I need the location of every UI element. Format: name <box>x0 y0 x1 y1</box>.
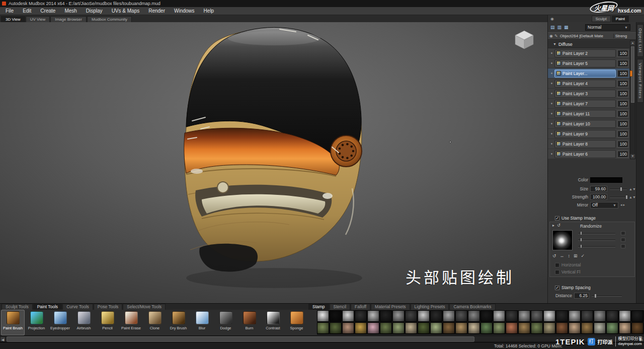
tool-clone[interactable]: Clone <box>143 310 167 335</box>
slider-thumb[interactable] <box>620 187 622 191</box>
stamp-thumbnail[interactable] <box>468 322 480 334</box>
preset-tab-falloff[interactable]: Falloff <box>351 304 370 310</box>
layer-visibility-dot[interactable]: • <box>549 141 554 147</box>
stamp-thumbnail[interactable] <box>594 322 606 334</box>
mirror-select[interactable]: Off ▼ <box>590 202 618 208</box>
stamp-thumbnail[interactable] <box>367 322 379 334</box>
layer-visibility-dot[interactable]: • <box>549 111 554 116</box>
tray-tab-pose-tools[interactable]: Pose Tools <box>94 304 122 310</box>
tool-blur[interactable]: Blur <box>190 310 214 335</box>
tab-sculpt[interactable]: Sculpt <box>592 16 611 22</box>
refresh-icon[interactable]: ↺ <box>557 223 560 228</box>
stamp-preview[interactable] <box>552 230 573 250</box>
stamp-thumbnail[interactable] <box>543 322 555 334</box>
stamp-thumbnail[interactable] <box>631 322 643 334</box>
stamp-thumbnail[interactable] <box>606 310 618 322</box>
size-value[interactable]: 59.60 <box>590 186 607 192</box>
vertical-checkbox[interactable]: Vertical Fl <box>555 269 580 274</box>
layer-strength-value[interactable]: 100 <box>617 120 628 127</box>
layer-row-paint-layer-4[interactable]: •Paint Layer 4100 <box>548 79 629 89</box>
size-slider[interactable] <box>610 186 627 191</box>
stamp-thumbnail[interactable] <box>506 322 518 334</box>
stamp-thumbnail[interactable] <box>330 322 342 334</box>
scroll-left-icon[interactable]: ◀ <box>0 336 6 342</box>
menu-display[interactable]: Display <box>82 7 107 15</box>
layer-strength-value[interactable]: 100 <box>617 110 628 117</box>
slider-thumb[interactable] <box>580 231 582 235</box>
stamp-thumbnail[interactable] <box>330 310 342 322</box>
stamp-thumbnail[interactable] <box>430 310 442 322</box>
layer-group-diffuse[interactable]: ▼ Diffuse <box>548 40 629 48</box>
title-bar[interactable]: Autodesk Mudbox 2014 x64 - E:/art/JiaoSe… <box>0 0 644 7</box>
preset-tab-lighting-presets[interactable]: Lighting Presets <box>411 304 449 310</box>
tab-paint[interactable]: Paint <box>612 16 629 22</box>
stamp-thumbnail[interactable] <box>631 310 643 322</box>
randomize-slider-3[interactable] <box>578 244 628 248</box>
tool-eyedropper[interactable]: Eyedropper <box>48 310 72 335</box>
layer-strength-value[interactable]: 100 <box>617 70 628 77</box>
stamp-thumbnail[interactable] <box>581 322 593 334</box>
panel-menu-icon[interactable]: ◉ <box>550 17 554 21</box>
strength-stepper-icon[interactable]: ▲▼ <box>629 195 636 199</box>
stamp-thumbnail[interactable] <box>506 310 518 322</box>
tool-dry-brush[interactable]: Dry Brush <box>167 310 190 335</box>
tool-pencil[interactable]: Pencil <box>96 310 119 335</box>
preset-tab-material-presets[interactable]: Material Presets <box>371 304 410 310</box>
tool-paint-brush[interactable]: Paint Brush <box>1 310 25 335</box>
menu-help[interactable]: Help <box>199 7 219 15</box>
side-tab-viewport-filters[interactable]: Viewport Filters <box>637 59 643 103</box>
layer-strength-value[interactable]: 100 <box>617 90 628 97</box>
stamp-thumbnail[interactable] <box>342 322 354 334</box>
scroll-up-icon[interactable]: ▲ <box>630 41 635 45</box>
stamp-thumbnail[interactable] <box>569 310 581 322</box>
delete-layer-icon[interactable]: ▦ <box>564 25 569 30</box>
stamp-thumbnail[interactable] <box>443 310 455 322</box>
use-stamp-checkbox[interactable]: ✓ Use Stamp Image <box>555 216 596 221</box>
view-cube[interactable] <box>513 28 535 52</box>
layer-row-paint-layer-3[interactable]: •Paint Layer 3100 <box>548 89 629 99</box>
tool-sponge[interactable]: Sponge <box>285 310 308 335</box>
layer-row-paint-layer-11[interactable]: •Paint Layer 11100 <box>548 109 629 119</box>
layer-strength-value[interactable]: 100 <box>617 141 628 148</box>
stamp-thumbnail[interactable] <box>556 310 568 322</box>
layer-strength-value[interactable]: 100 <box>617 100 628 107</box>
stamp-thumbnail[interactable] <box>606 322 618 334</box>
stamp-thumbnail[interactable] <box>619 322 631 334</box>
side-tab-object-list[interactable]: Object List <box>637 24 643 57</box>
stamp-thumbnail[interactable] <box>493 322 505 334</box>
tool-contrast[interactable]: Contrast <box>261 310 285 335</box>
layer-visibility-dot[interactable]: • <box>549 91 554 96</box>
stamp-thumbnail[interactable] <box>531 310 543 322</box>
stamp-thumbnail[interactable] <box>418 310 430 322</box>
stamp-thumbnail[interactable] <box>380 310 392 322</box>
layer-row-paint-layer-2[interactable]: •Paint Layer 2100 <box>548 48 629 58</box>
layer-visibility-dot[interactable]: • <box>549 71 554 76</box>
preset-tab-camera-bookmarks[interactable]: Camera Bookmarks <box>449 304 495 310</box>
scroll-down-icon[interactable]: ▼ <box>630 154 635 159</box>
stamp-thumbnail[interactable] <box>418 322 430 334</box>
stamp-thumbnail[interactable] <box>443 322 455 334</box>
preset-tab-stencil[interactable]: Stencil <box>330 304 351 310</box>
distance-value[interactable]: 6.25 <box>574 293 589 299</box>
menu-create[interactable]: Create <box>36 7 60 15</box>
layer-row-paint-layer-9[interactable]: •Paint Layer 9100 <box>548 129 629 139</box>
scrollbar-thumb[interactable] <box>7 336 474 342</box>
layer-row-paint-layer-7[interactable]: •Paint Layer 7100 <box>548 99 629 109</box>
stamp-thumbnail[interactable] <box>430 322 442 334</box>
menu-uvs-maps[interactable]: UVs & Maps <box>107 7 144 15</box>
flip-horizontal-icon[interactable]: ↔ <box>560 253 565 258</box>
layer-strength-value[interactable]: 100 <box>617 130 628 137</box>
stamp-thumbnail[interactable] <box>518 310 530 322</box>
stamp-thumbnail[interactable] <box>392 322 405 334</box>
layer-visibility-dot[interactable]: • <box>549 151 554 157</box>
mirror-arrows-icon[interactable]: ◂ ▸ <box>620 203 625 207</box>
stamp-thumbnail[interactable] <box>455 310 467 322</box>
layer-row-paint-layer-5[interactable]: •Paint Layer 5100 <box>548 58 629 68</box>
stamp-thumbnail[interactable] <box>543 310 555 322</box>
menu-file[interactable]: File <box>1 7 18 15</box>
stamp-thumbnail[interactable] <box>355 310 367 322</box>
slider-value-box[interactable] <box>621 231 625 235</box>
layer-row-paint-layer-8[interactable]: •Paint Layer 8100 <box>548 139 629 149</box>
stamp-thumbnail[interactable] <box>405 322 417 334</box>
slider-thumb[interactable] <box>580 238 582 242</box>
